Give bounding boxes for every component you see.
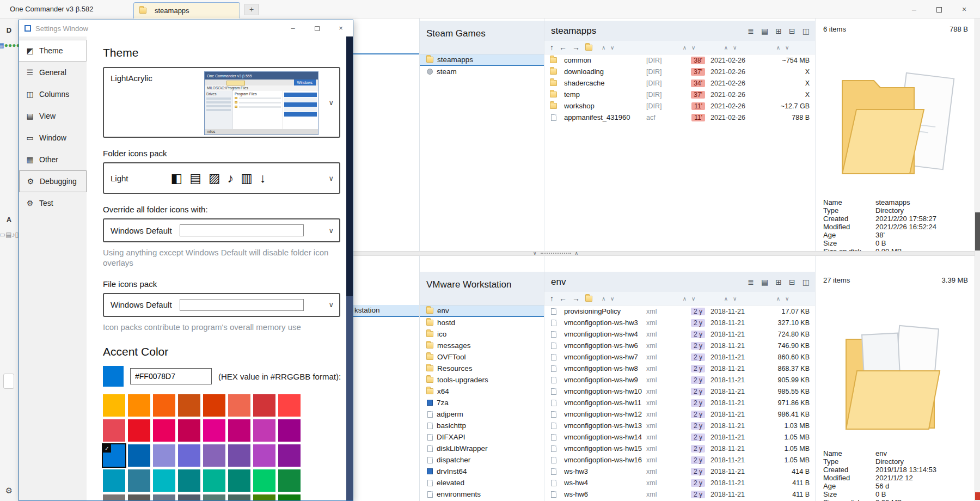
file-row[interactable]: vmconfigoption-ws-hw3 xml 2 y 2018-11-21…: [544, 317, 815, 328]
file-row[interactable]: temp [DIR] 37' 2021-02-26 X: [544, 89, 815, 100]
color-swatch[interactable]: [178, 419, 200, 442]
color-swatch[interactable]: [103, 394, 125, 417]
color-swatch[interactable]: [103, 419, 125, 442]
scrollbar-thumb[interactable]: [975, 212, 980, 250]
color-swatch[interactable]: [153, 469, 175, 492]
color-swatch[interactable]: [203, 419, 225, 442]
override-select[interactable]: Windows Default ∨: [103, 218, 340, 242]
color-swatch[interactable]: [228, 444, 250, 467]
file-row[interactable]: vmconfigoption-ws-hw4 xml 2 y 2018-11-21…: [544, 328, 815, 340]
rail-icon[interactable]: ▦: [0, 41, 4, 49]
file-row[interactable]: vmconfigoption-ws-hw11 xml 2 y 2018-11-2…: [544, 397, 815, 408]
file-row[interactable]: vmconfigoption-ws-hw15 xml 2 y 2018-11-2…: [544, 443, 815, 454]
settings-scrollbar-thumb[interactable]: [346, 36, 353, 296]
color-swatch[interactable]: [203, 494, 225, 500]
pane-divider[interactable]: ∨ ∧: [353, 251, 975, 256]
toolbar-icon[interactable]: ≣: [748, 278, 754, 286]
color-swatch[interactable]: [128, 469, 150, 492]
window-titlebar[interactable]: One Commander v3 β.582 steamapps + – ×: [0, 0, 980, 19]
folder-row[interactable]: tools-upgraders: [420, 374, 544, 386]
color-swatch[interactable]: [253, 419, 275, 442]
color-swatch[interactable]: [228, 419, 250, 442]
color-swatch[interactable]: [253, 469, 275, 492]
settings-nav-item[interactable]: ▦ Other: [19, 149, 87, 170]
sort-date-toggle[interactable]: ∧ ∨: [724, 296, 738, 302]
rail-icon[interactable]: ▭: [0, 231, 5, 239]
toolbar-icon[interactable]: ⊟: [789, 27, 795, 35]
folder-row[interactable]: OVFTool: [420, 351, 544, 363]
color-swatch[interactable]: [178, 469, 200, 492]
minimize-button[interactable]: –: [902, 0, 927, 19]
color-swatch[interactable]: [228, 494, 250, 500]
color-swatch[interactable]: [278, 494, 301, 500]
color-swatch[interactable]: [153, 394, 175, 417]
new-tab-button[interactable]: +: [244, 4, 259, 15]
file-row[interactable]: ws-hw3 xml 2 y 2018-11-21 414 B: [544, 466, 815, 477]
up-icon[interactable]: ↑: [550, 43, 554, 52]
file-row[interactable]: common [DIR] 38' 2021-02-26 ~754 MB: [544, 54, 815, 66]
maximize-button[interactable]: [927, 0, 952, 19]
tab-steamapps[interactable]: steamapps: [133, 2, 240, 19]
settings-gear-icon[interactable]: ⚙: [0, 486, 18, 496]
toolbar-icon[interactable]: ≣: [748, 27, 754, 35]
folder-row[interactable]: Resources: [420, 363, 544, 374]
color-swatch[interactable]: [128, 494, 150, 500]
accent-hex-input[interactable]: [130, 368, 212, 384]
color-swatch[interactable]: [253, 494, 275, 500]
up-icon[interactable]: ↑: [550, 294, 554, 303]
divider-handle[interactable]: ∨ ∧: [533, 250, 578, 256]
file-row[interactable]: vmconfigoption-ws-hw16 xml 2 y 2018-11-2…: [544, 454, 815, 466]
file-row[interactable]: appmanifest_431960 acf 11' 2021-02-26 78…: [544, 112, 815, 123]
color-swatch[interactable]: [203, 469, 225, 492]
folder-row[interactable]: dispatcher: [420, 454, 544, 466]
close-button[interactable]: ×: [952, 0, 977, 19]
folder-row[interactable]: steam: [420, 66, 544, 77]
override-preview-field[interactable]: [180, 224, 304, 236]
folder-pack-select[interactable]: Light ◧▤▨♪▥↓ ∨: [103, 162, 340, 194]
folder-row[interactable]: diskLibWrapper: [420, 443, 544, 454]
folder-row[interactable]: environments: [420, 488, 544, 500]
settings-scrollbar[interactable]: [346, 36, 353, 500]
color-swatch[interactable]: [178, 394, 200, 417]
color-swatch[interactable]: [203, 394, 225, 417]
toolbar-icon[interactable]: ⊟: [789, 278, 795, 286]
color-swatch[interactable]: [103, 494, 125, 500]
toolbar-icon[interactable]: ◫: [803, 278, 810, 286]
color-swatch[interactable]: [128, 394, 150, 417]
file-row[interactable]: vmconfigoption-ws-hw12 xml 2 y 2018-11-2…: [544, 408, 815, 420]
file-row[interactable]: shadercache [DIR] 34' 2021-02-26 X: [544, 77, 815, 89]
sort-name-toggle[interactable]: ∧ ∨: [602, 296, 616, 302]
file-row[interactable]: vmconfigoption-ws-hw6 xml 2 y 2018-11-21…: [544, 340, 815, 351]
settings-minimize-button[interactable]: –: [281, 20, 305, 36]
color-swatch[interactable]: [203, 444, 225, 467]
forward-icon[interactable]: →: [572, 294, 580, 303]
file-row[interactable]: workshop [DIR] 11' 2021-02-26 ~12.7 GB: [544, 100, 815, 112]
color-swatch[interactable]: [253, 394, 275, 417]
file-row[interactable]: ws-hw6 xml 2 y 2018-11-21 411 B: [544, 488, 815, 500]
folder-row[interactable]: x64: [420, 386, 544, 397]
settings-nav-item[interactable]: ⚙ Test: [19, 192, 87, 214]
toolbar-icon[interactable]: ▤: [761, 27, 768, 35]
file-row[interactable]: ws-hw4 xml 2 y 2018-11-21 411 B: [544, 477, 815, 488]
file-row[interactable]: vmconfigoption-ws-hw13 xml 2 y 2018-11-2…: [544, 420, 815, 431]
color-swatch[interactable]: [178, 494, 200, 500]
file-row[interactable]: provisioningPolicy xml 2 y 2018-11-21 17…: [544, 306, 815, 317]
file-row[interactable]: vmconfigoption-ws-hw9 xml 2 y 2018-11-21…: [544, 374, 815, 386]
color-swatch[interactable]: [278, 394, 301, 417]
color-swatch[interactable]: [128, 444, 150, 467]
sort-size-toggle[interactable]: ∧ ∨: [776, 296, 791, 302]
parent-selected-row[interactable]: kstation: [353, 305, 419, 317]
sort-name-toggle[interactable]: ∧ ∨: [602, 45, 616, 51]
color-swatch[interactable]: [228, 469, 250, 492]
file-pack-preview-field[interactable]: [180, 299, 304, 311]
color-swatch[interactable]: [153, 419, 175, 442]
settings-nav-item[interactable]: ☰ General: [19, 62, 87, 83]
file-row[interactable]: vmconfigoption-ws-hw7 xml 2 y 2018-11-21…: [544, 351, 815, 363]
rail-icon[interactable]: ▤: [5, 231, 11, 239]
settings-titlebar[interactable]: Settings Window – ×: [19, 20, 353, 36]
file-pack-select[interactable]: Windows Default ∨: [103, 293, 340, 317]
color-swatch[interactable]: [153, 494, 175, 500]
folder-row[interactable]: messages: [420, 340, 544, 351]
folder-row[interactable]: DIFXAPI: [420, 431, 544, 443]
file-row[interactable]: downloading [DIR] 37' 2021-02-26 X: [544, 66, 815, 77]
